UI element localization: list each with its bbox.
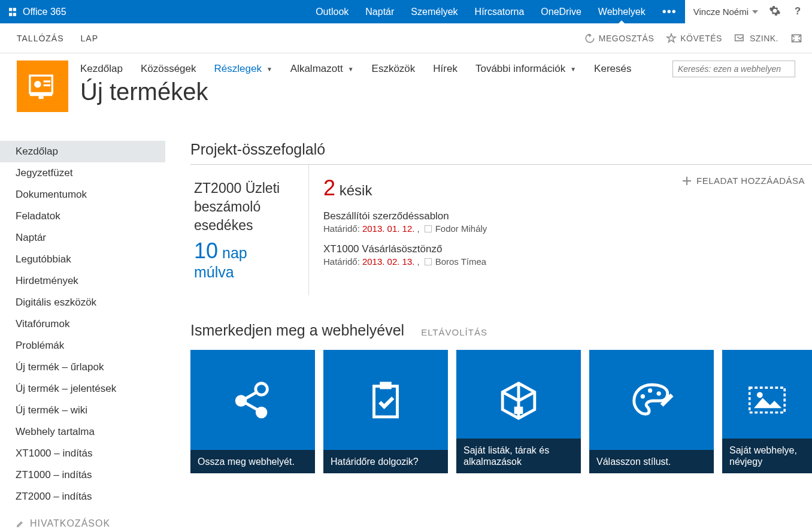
task-name: XT1000 Vásárlásösztönző [323,243,798,255]
late-task[interactable]: Beszállítói szerződéssablon Határidő: 20… [323,210,798,234]
suite-logo[interactable]: Office 365 [0,7,74,17]
ql-links-heading[interactable]: HIVATKOZÁSOK [0,507,165,529]
suite-app-calendar[interactable]: Naptár [357,0,402,23]
ribbon-tab-browse[interactable]: TALLÓZÁS [17,34,64,43]
svg-point-16 [648,388,652,392]
upcoming-countdown: 10 nap múlva [194,238,290,281]
ql-digital[interactable]: Digitális eszközök [0,292,165,313]
getstarted-remove[interactable]: ELTÁVOLÍTÁS [421,327,487,337]
svg-rect-14 [514,407,523,414]
getstarted-heading: Ismerkedjen meg a webhelyével [190,322,404,339]
getstarted-header: Ismerkedjen meg a webhelyével ELTÁVOLÍTÁ… [190,322,812,339]
tile-brand[interactable]: Saját webhelye, névjegy [722,350,812,473]
suite-user-menu[interactable]: Vincze Noémi [693,7,758,17]
ribbon-tabs: TALLÓZÁS LAP [0,34,98,43]
ql-announcements[interactable]: Hirdetmények [0,270,165,292]
svg-rect-4 [30,93,52,96]
package-icon [495,377,542,424]
ql-np-forms[interactable]: Új termék – űrlapok [0,356,165,378]
suite-apps: Outlook Naptár Személyek Hírcsatorna One… [307,0,685,23]
tile-share[interactable]: Ossza meg webhelyét. [190,350,315,473]
svg-rect-8 [44,84,50,86]
title-area: Kezdőlap Közösségek Részlegek ▼ Alkalmaz… [0,53,812,123]
nav-moreinfo[interactable]: További információk [475,63,565,75]
fullscreen-icon [790,33,802,44]
pencil-icon [16,519,25,528]
tile-lists[interactable]: Saját listák, tárak és alkalmazások [456,350,581,473]
content-row: Kezdőlap Jegyzetfüzet Dokumentumok Felad… [0,123,812,529]
nav-news[interactable]: Hírek [433,63,457,75]
nav-search[interactable]: Keresés [594,63,631,75]
ql-xt1000[interactable]: XT1000 – indítás [0,443,165,464]
share-button[interactable]: MEGOSZTÁS [584,33,654,44]
user-presence-icon [425,258,432,265]
main-column: Projekt-összefoglaló FELADAT HOZZÁADÁSA … [165,123,812,529]
svg-rect-7 [44,80,50,82]
ql-site-contents[interactable]: Webhely tartalma [0,421,165,443]
nav-communities[interactable]: Közösségek [141,63,196,75]
ql-zt2000[interactable]: ZT2000 – indítás [0,486,165,507]
caret-down-icon [752,10,758,14]
ql-documents[interactable]: Dokumentumok [0,184,165,205]
suite-brand: Office 365 [23,7,66,17]
ql-np-wiki[interactable]: Új termék – wiki [0,400,165,421]
ql-notebook[interactable]: Jegyzetfüzet [0,162,165,184]
suite-app-newsfeed[interactable]: Hírcsatorna [466,0,533,23]
ql-issues[interactable]: Problémák [0,335,165,356]
task-assignee: Fodor Mihály [435,223,487,234]
tile-caption: Határidőre dolgozik? [323,450,448,473]
search-input[interactable] [672,61,795,77]
help-icon[interactable]: ? [792,5,804,19]
site-logo[interactable] [17,61,68,112]
late-task[interactable]: XT1000 Vásárlásösztönző Határidő: 2013. … [323,243,798,267]
svg-rect-12 [374,386,398,417]
clipboard-check-icon [362,377,409,424]
fullscreen-button[interactable] [790,33,802,44]
caret-down-icon[interactable]: ▼ [348,66,354,72]
caret-down-icon[interactable]: ▼ [570,66,576,72]
title-right: Kezdőlap Közösségek Részlegek ▼ Alkalmaz… [80,61,795,105]
ribbon-tab-page[interactable]: LAP [81,34,98,43]
suite-bar: Office 365 Outlook Naptár Személyek Hírc… [0,0,812,23]
tile-caption: Saját webhelye, névjegy [722,439,812,473]
suite-more-icon[interactable]: ••• [654,0,685,23]
caret-down-icon[interactable]: ▼ [266,66,272,72]
ql-home[interactable]: Kezdőlap [0,141,165,162]
palette-icon [628,377,675,424]
suite-app-outlook[interactable]: Outlook [307,0,357,23]
svg-text:?: ? [795,5,801,17]
task-assignee: Boros Tímea [435,256,487,267]
tile-style[interactable]: Válasszon stílust. [589,350,714,473]
getstarted-tiles: Ossza meg webhelyét. Határidőre dolgozik… [190,350,812,473]
gear-icon[interactable] [769,5,781,19]
svg-point-17 [657,391,661,395]
nav-tools[interactable]: Eszközök [372,63,416,75]
suite-user-name: Vincze Noémi [693,7,749,17]
svg-point-19 [757,392,763,398]
project-summary: FELADAT HOZZÁADÁSA ZT2000 Üzleti beszámo… [190,164,812,295]
tile-caption: Saját listák, tárak és alkalmazások [456,439,581,473]
office-icon [7,7,18,17]
add-task-button[interactable]: FELADAT HOZZÁADÁSA [682,176,805,186]
ql-forums[interactable]: Vitafórumok [0,313,165,335]
nav-departments[interactable]: Részlegek [214,63,262,75]
search-box [672,61,795,77]
nav-home[interactable]: Kezdőlap [80,63,123,75]
follow-button[interactable]: KÖVETÉS [666,33,722,44]
ql-zt1000[interactable]: ZT1000 – indítás [0,464,165,486]
sync-icon [734,33,746,44]
suite-app-people[interactable]: Személyek [402,0,466,23]
tile-deadline[interactable]: Határidőre dolgozik? [323,350,448,473]
star-icon [666,33,677,44]
ql-recent[interactable]: Legutóbbiak [0,249,165,270]
task-name: Beszállítói szerződéssablon [323,210,798,222]
task-meta: Határidő: 2013. 01. 12., Fodor Mihály [323,223,798,234]
suite-app-onedrive[interactable]: OneDrive [532,0,590,23]
ql-calendar[interactable]: Naptár [0,227,165,249]
ql-np-reports[interactable]: Új termék – jelentések [0,378,165,400]
nav-employee[interactable]: Alkalmazott [290,63,343,75]
ql-tasks[interactable]: Feladatok [0,205,165,227]
suite-app-sites[interactable]: Webhelyek [590,0,654,23]
site-title: Új termékek [80,78,795,105]
sync-button[interactable]: SZINK. [734,33,778,44]
